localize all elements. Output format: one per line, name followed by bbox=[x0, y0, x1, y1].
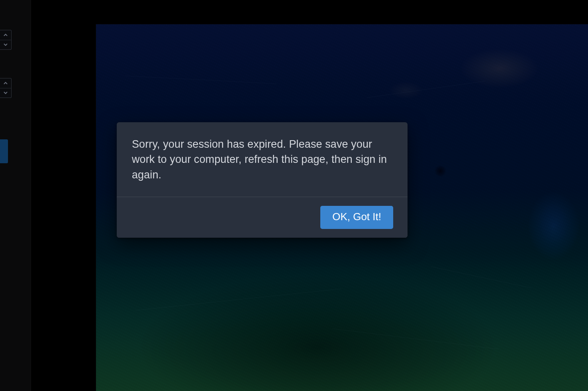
stepper-increment[interactable] bbox=[0, 78, 11, 88]
dialog-message: Sorry, your session has expired. Please … bbox=[117, 122, 408, 197]
session-expired-dialog: Sorry, your session has expired. Please … bbox=[117, 122, 408, 238]
chevron-down-icon bbox=[4, 41, 8, 48]
numeric-stepper[interactable] bbox=[0, 30, 12, 50]
numeric-stepper[interactable] bbox=[0, 78, 12, 98]
left-sidebar bbox=[0, 0, 31, 391]
ok-got-it-button[interactable]: OK, Got It! bbox=[320, 206, 393, 229]
chevron-up-icon bbox=[4, 80, 8, 87]
sidebar-active-tab[interactable] bbox=[0, 139, 8, 163]
stepper-decrement[interactable] bbox=[0, 40, 11, 50]
chevron-up-icon bbox=[4, 31, 8, 39]
stepper-increment[interactable] bbox=[0, 30, 11, 40]
stepper-decrement[interactable] bbox=[0, 88, 11, 98]
dialog-footer: OK, Got It! bbox=[117, 197, 408, 238]
chevron-down-icon bbox=[4, 89, 8, 96]
